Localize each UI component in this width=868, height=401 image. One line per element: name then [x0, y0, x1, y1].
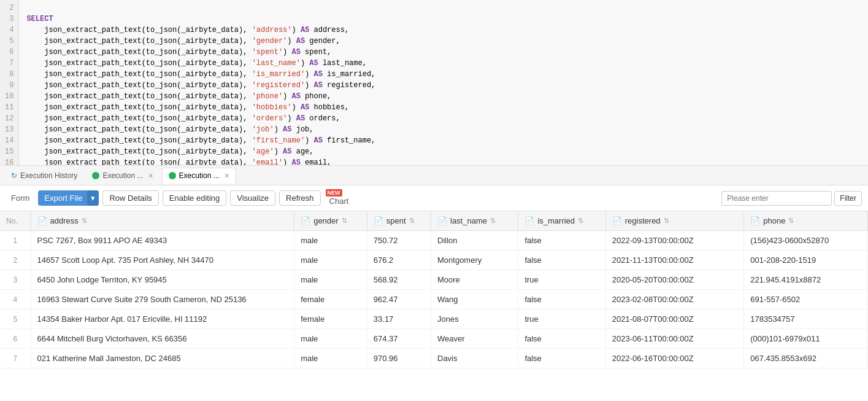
table-row[interactable]: 3 6450 John Lodge Territon, KY 95945 mal… — [0, 270, 868, 290]
code-text[interactable]: SELECT json_extract_path_text(to_json(_a… — [19, 0, 868, 165]
sort-icon-registered: ⇅ — [664, 217, 669, 225]
col-header-phone[interactable]: 📄 phone ⇅ — [744, 211, 868, 231]
cell-no: 5 — [0, 310, 31, 329]
cell-ismarried: false — [518, 349, 605, 368]
cell-gender: female — [294, 310, 367, 329]
chart-button-wrap: NEW Chart — [325, 188, 354, 208]
cell-phone: 691-557-6502 — [744, 290, 868, 310]
col-type-icon-ismarried: 📄 — [524, 216, 534, 225]
cell-no: 4 — [0, 290, 31, 310]
cell-address: 16963 Stewart Curve Suite 279 South Came… — [31, 290, 294, 310]
form-button[interactable]: Form — [6, 191, 34, 205]
cell-no: 3 — [0, 270, 31, 290]
cell-spent: 568.92 — [367, 270, 431, 290]
refresh-icon: ↻ — [11, 171, 17, 180]
tab-close-2[interactable]: × — [225, 171, 229, 181]
tabs-bar: ↻ Execution History Execution ... × Exec… — [0, 166, 868, 185]
filter-area: Filter — [721, 191, 862, 206]
tab-execution-1[interactable]: Execution ... × — [86, 168, 159, 183]
cell-spent: 970.96 — [367, 349, 431, 368]
cell-ismarried: false — [518, 251, 605, 270]
col-type-icon-spent: 📄 — [374, 216, 383, 225]
cell-phone: 067.435.8553x692 — [744, 349, 868, 368]
col-header-registered[interactable]: 📄 registered ⇅ — [605, 211, 743, 231]
cell-address: 14354 Baker Harbor Apt. 017 Ericville, H… — [31, 310, 294, 329]
cell-spent: 676.2 — [367, 251, 431, 270]
filter-input[interactable] — [721, 191, 832, 206]
cell-ismarried: false — [518, 329, 605, 349]
cell-spent: 674.37 — [367, 329, 431, 349]
tab-execution-history[interactable]: ↻ Execution History — [5, 169, 83, 182]
sort-icon-address: ⇅ — [82, 217, 87, 225]
visualize-button[interactable]: Visualize — [230, 190, 275, 206]
results-table-wrap: No. 📄 address ⇅ 📄 gender ⇅ — [0, 211, 868, 401]
cell-gender: male — [294, 251, 367, 270]
cell-lastname: Weaver — [431, 329, 518, 349]
sort-icon-phone: ⇅ — [788, 217, 794, 225]
col-type-icon-lastname: 📄 — [437, 216, 447, 225]
cell-lastname: Moore — [431, 270, 518, 290]
table-row[interactable]: 7 021 Katherine Mall Jameston, DC 24685 … — [0, 349, 868, 368]
cell-address: 6644 Mitchell Burg Victorhaven, KS 66356 — [31, 329, 294, 349]
cell-address: 14657 Scott Loop Apt. 735 Port Ashley, N… — [31, 251, 294, 270]
col-header-gender[interactable]: 📄 gender ⇅ — [294, 211, 367, 231]
results-table: No. 📄 address ⇅ 📄 gender ⇅ — [0, 211, 868, 368]
cell-registered: 2023-06-11T00:00:00Z — [605, 329, 743, 349]
tab-close-1[interactable]: × — [148, 171, 153, 181]
col-header-last-name[interactable]: 📄 last_name ⇅ — [431, 211, 518, 231]
tab-exec1-label: Execution ... — [102, 171, 143, 180]
table-row[interactable]: 4 16963 Stewart Curve Suite 279 South Ca… — [0, 290, 868, 310]
cell-ismarried: false — [518, 231, 605, 251]
cell-lastname: Davis — [431, 349, 518, 368]
cell-gender: male — [294, 270, 367, 290]
sort-icon-lastname: ⇅ — [490, 217, 496, 225]
export-dropdown-arrow[interactable]: ▾ — [87, 190, 99, 206]
cell-phone: (000)101-6979x011 — [744, 329, 868, 349]
toolbar: Form Export File ▾ Row Details Enable ed… — [0, 185, 868, 211]
table-row[interactable]: 2 14657 Scott Loop Apt. 735 Port Ashley,… — [0, 251, 868, 270]
export-file-button[interactable]: Export File ▾ — [38, 190, 99, 206]
refresh-button[interactable]: Refresh — [279, 190, 321, 206]
cell-ismarried: true — [518, 310, 605, 329]
code-editor: 2 3 4 5 6 7 8 9 10 11 12 13 14 15 16 17 … — [0, 0, 868, 166]
cell-registered: 2021-11-13T00:00:00Z — [605, 251, 743, 270]
sort-icon-spent: ⇅ — [409, 217, 415, 225]
cell-lastname: Wang — [431, 290, 518, 310]
cell-spent: 962.47 — [367, 290, 431, 310]
cell-phone: (156)423-0600x52870 — [744, 231, 868, 251]
col-header-address[interactable]: 📄 address ⇅ — [31, 211, 294, 231]
new-badge: NEW — [326, 189, 342, 197]
enable-editing-button[interactable]: Enable editing — [163, 190, 226, 206]
cell-registered: 2021-08-07T00:00:00Z — [605, 310, 743, 329]
cell-registered: 2020-05-20T00:00:00Z — [605, 270, 743, 290]
col-type-icon-address: 📄 — [37, 216, 47, 225]
cell-address: PSC 7267, Box 9911 APO AE 49343 — [31, 231, 294, 251]
cell-no: 1 — [0, 231, 31, 251]
col-header-is-married[interactable]: 📄 is_married ⇅ — [518, 211, 605, 231]
cell-registered: 2022-06-16T00:00:00Z — [605, 349, 743, 368]
cell-lastname: Dillon — [431, 231, 518, 251]
tab-exec2-label: Execution ... — [179, 171, 220, 180]
col-type-icon-registered: 📄 — [612, 216, 622, 225]
table-row[interactable]: 1 PSC 7267, Box 9911 APO AE 49343 male 7… — [0, 231, 868, 251]
tab-history-label: Execution History — [20, 171, 77, 180]
cell-lastname: Montgomery — [431, 251, 518, 270]
cell-gender: female — [294, 290, 367, 310]
cell-phone: 1783534757 — [744, 310, 868, 329]
cell-gender: male — [294, 231, 367, 251]
col-header-no: No. — [0, 211, 31, 231]
col-header-spent[interactable]: 📄 spent ⇅ — [367, 211, 431, 231]
cell-gender: male — [294, 329, 367, 349]
table-row[interactable]: 5 14354 Baker Harbor Apt. 017 Ericville,… — [0, 310, 868, 329]
cell-registered: 2022-09-13T00:00:00Z — [605, 231, 743, 251]
filter-button[interactable]: Filter — [834, 191, 862, 206]
row-details-button[interactable]: Row Details — [102, 190, 158, 206]
table-header-row: No. 📄 address ⇅ 📄 gender ⇅ — [0, 211, 868, 231]
table-body: 1 PSC 7267, Box 9911 APO AE 49343 male 7… — [0, 231, 868, 368]
cell-spent: 33.17 — [367, 310, 431, 329]
sort-icon-gender: ⇅ — [342, 217, 347, 225]
cell-address: 021 Katherine Mall Jameston, DC 24685 — [31, 349, 294, 368]
table-row[interactable]: 6 6644 Mitchell Burg Victorhaven, KS 663… — [0, 329, 868, 349]
tab-execution-2[interactable]: Execution ... × — [162, 168, 236, 184]
export-label: Export File — [44, 193, 82, 203]
